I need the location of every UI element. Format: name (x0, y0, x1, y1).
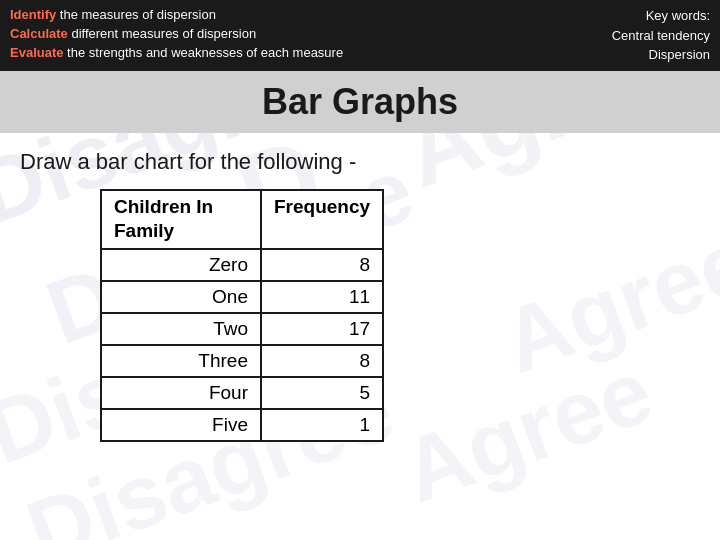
table-row: Four5 (101, 377, 383, 409)
body-content: Draw a bar chart for the following - Chi… (0, 133, 720, 452)
col-children-header: Children InFamily (101, 190, 261, 249)
cell-label-2: Two (101, 313, 261, 345)
cell-freq-1: 11 (261, 281, 383, 313)
header-bar: Identify the measures of dispersion Calc… (0, 0, 720, 71)
header-left: Identify the measures of dispersion Calc… (10, 6, 343, 63)
cell-label-1: One (101, 281, 261, 313)
keywords-label: Key words: (612, 6, 710, 26)
cell-label-5: Five (101, 409, 261, 441)
cell-freq-4: 5 (261, 377, 383, 409)
table-row: Zero8 (101, 249, 383, 281)
cell-freq-5: 1 (261, 409, 383, 441)
table-row: Three8 (101, 345, 383, 377)
cell-label-0: Zero (101, 249, 261, 281)
cell-freq-2: 17 (261, 313, 383, 345)
subtitle-text: Draw a bar chart for the following - (20, 149, 700, 175)
table-row: Five1 (101, 409, 383, 441)
keyword-calculate: Calculate (10, 26, 68, 41)
cell-label-4: Four (101, 377, 261, 409)
cell-freq-3: 8 (261, 345, 383, 377)
header-right: Key words: Central tendency Dispersion (612, 6, 710, 65)
header-calculate: Calculate different measures of dispersi… (10, 25, 343, 43)
table-row: Two17 (101, 313, 383, 345)
keywords-dispersion: Dispersion (612, 45, 710, 65)
header-identify-text: the measures of dispersion (60, 7, 216, 22)
header-identify: Identify the measures of dispersion (10, 6, 343, 24)
keywords-central: Central tendency (612, 26, 710, 46)
table-row: One11 (101, 281, 383, 313)
header-evaluate: Evaluate the strengths and weaknesses of… (10, 44, 343, 62)
cell-label-3: Three (101, 345, 261, 377)
keyword-identify: Identify (10, 7, 56, 22)
page-content: Identify the measures of dispersion Calc… (0, 0, 720, 540)
col-frequency-header: Frequency (261, 190, 383, 249)
table-header-row: Children InFamily Frequency (101, 190, 383, 249)
title-section: Bar Graphs (0, 71, 720, 133)
header-evaluate-text: the strengths and weaknesses of each mea… (67, 45, 343, 60)
cell-freq-0: 8 (261, 249, 383, 281)
page-title: Bar Graphs (0, 81, 720, 123)
keyword-evaluate: Evaluate (10, 45, 63, 60)
header-calculate-text: different measures of dispersion (71, 26, 256, 41)
data-table: Children InFamily Frequency Zero8One11Tw… (100, 189, 384, 442)
